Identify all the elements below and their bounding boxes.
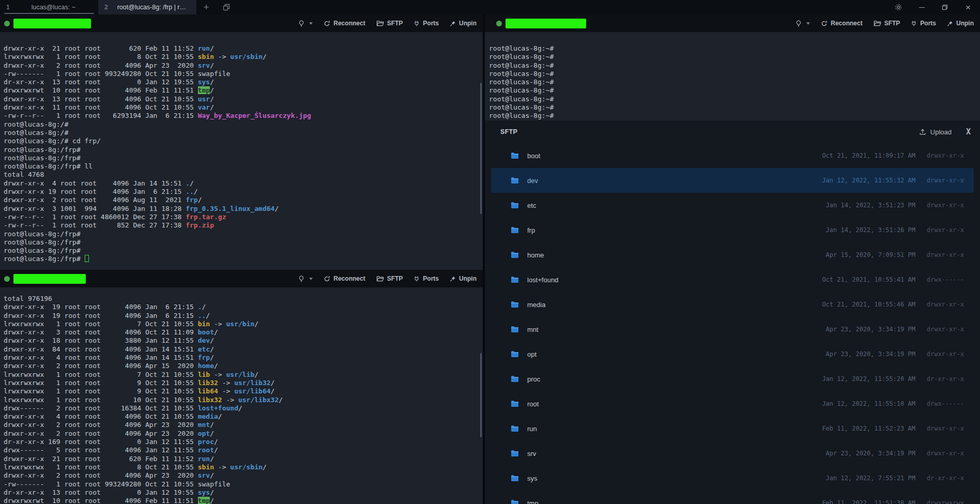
file-name: etc bbox=[527, 202, 826, 209]
sftp-row[interactable]: mediaOct 21, 2021, 10:55:46 AMdrwxr-xr-x bbox=[491, 292, 974, 317]
sftp-button[interactable]: SFTP bbox=[376, 275, 403, 282]
terminal-line: drwxr-xr-x 21 root root 620 Feb 11 11:52… bbox=[4, 44, 483, 53]
sftp-close-icon[interactable]: X bbox=[966, 127, 971, 136]
sftp-button[interactable]: SFTP bbox=[376, 20, 403, 27]
ports-button[interactable]: Ports bbox=[414, 275, 439, 282]
terminal-line: drwxr-xr-x 4 root root 4096 Oct 21 10:55… bbox=[4, 413, 483, 421]
sftp-row[interactable]: srvApr 23, 2020, 3:34:19 PMdrwxr-xr-x bbox=[491, 441, 974, 466]
file-date: Oct 21, 2021, 10:55:46 AM bbox=[822, 301, 915, 308]
terminal-line: -rw-r--r-- 1 root root 4860012 Dec 27 17… bbox=[4, 213, 483, 221]
maximize-icon[interactable] bbox=[940, 3, 950, 12]
terminal-line: -rw------- 1 root root 993249280 Oct 21 … bbox=[4, 70, 483, 78]
chevron-down-icon bbox=[309, 278, 313, 280]
sftp-row[interactable]: rootJan 12, 2022, 11:55:10 AMdrwx------ bbox=[491, 391, 974, 416]
tab-2[interactable]: 2 root@lucas-8g: /frp | r… bbox=[98, 0, 196, 14]
terminal-line: dr-xr-xr-x 13 root root 0 Jan 12 19:55 s… bbox=[4, 78, 483, 86]
upload-button[interactable]: Upload bbox=[919, 128, 952, 136]
pin-icon bbox=[947, 20, 953, 27]
sftp-row[interactable]: mntApr 23, 2020, 3:34:19 PMdrwxr-xr-x bbox=[491, 317, 974, 342]
pane-header: Reconnect SFTP Ports Unpin bbox=[485, 14, 980, 32]
minimize-icon[interactable] bbox=[917, 3, 926, 12]
bulb-icon bbox=[298, 275, 305, 283]
terminal-line: lrwxrwxrwx 1 root root 7 Oct 21 10:55 bi… bbox=[4, 320, 483, 328]
terminal-line: -rw-r--r-- 1 root root 6293194 Jan 6 21:… bbox=[4, 112, 483, 120]
sftp-row[interactable]: procJan 12, 2022, 11:55:20 AMdr-xr-xr-x bbox=[491, 366, 974, 391]
sftp-file-list: bootOct 21, 2021, 11:09:17 AMdrwxr-xr-xd… bbox=[485, 143, 980, 504]
session-title-redacted bbox=[13, 19, 91, 28]
unpin-button[interactable]: Unpin bbox=[450, 275, 477, 282]
tab-index: 2 bbox=[104, 4, 108, 11]
file-date: Apr 23, 2020, 3:34:19 PM bbox=[826, 350, 915, 358]
sftp-row[interactable]: devJan 12, 2022, 11:55:32 AMdrwxr-xr-x bbox=[491, 168, 974, 193]
settings-gear-icon[interactable] bbox=[894, 3, 903, 12]
suggestions-bulb-button[interactable] bbox=[795, 20, 810, 27]
file-permissions: drwxr-xr-x bbox=[925, 152, 964, 159]
connection-status-dot bbox=[4, 276, 10, 282]
sftp-row[interactable]: sysJan 12, 2022, 7:55:21 PMdr-xr-xr-x bbox=[491, 466, 974, 491]
file-permissions: drwxr-xr-x bbox=[925, 350, 964, 358]
sftp-row[interactable]: lost+foundOct 21, 2021, 10:55:41 AMdrwx-… bbox=[491, 267, 974, 292]
sftp-button[interactable]: SFTP bbox=[874, 20, 900, 27]
pane-header: Reconnect SFTP Ports Unpin bbox=[0, 270, 483, 287]
folder-icon bbox=[511, 276, 519, 283]
reconnect-button[interactable]: Reconnect bbox=[324, 20, 365, 27]
suggestions-bulb-button[interactable] bbox=[298, 20, 313, 27]
terminal-line: drwxr-xr-x 4 root root 4096 Jan 14 15:51… bbox=[4, 179, 483, 188]
terminal-output-bottom-left[interactable]: total 976196drwxr-xr-x 19 root root 4096… bbox=[0, 287, 483, 504]
file-date: Jan 12, 2022, 7:55:21 PM bbox=[826, 475, 915, 482]
new-tab-button[interactable]: + bbox=[196, 0, 216, 14]
file-name: mnt bbox=[527, 326, 826, 333]
terminal-output-top-left[interactable]: drwxr-xr-x 21 root root 620 Feb 11 11:52… bbox=[0, 32, 483, 270]
unpin-label: Unpin bbox=[956, 20, 974, 27]
folder-icon bbox=[511, 226, 519, 234]
terminal-line: drwx------ 2 root root 16384 Oct 21 10:5… bbox=[4, 404, 483, 413]
sftp-row[interactable]: bootOct 21, 2021, 11:09:17 AMdrwxr-xr-x bbox=[491, 143, 974, 168]
connection-status-dot bbox=[4, 21, 10, 26]
file-date: Jan 12, 2022, 11:55:10 AM bbox=[822, 400, 915, 407]
unpin-button[interactable]: Unpin bbox=[450, 20, 477, 27]
terminal-line: drwxr-xr-x 3 root root 4096 Oct 21 11:09… bbox=[4, 328, 483, 337]
terminal-line: drwxr-xr-x 21 root root 620 Feb 11 11:52… bbox=[4, 455, 483, 463]
pane-top-left: Reconnect SFTP Ports Unpin drwx bbox=[0, 14, 483, 270]
tab-1[interactable]: 1 lucas@lucas: ~ bbox=[0, 0, 98, 14]
sftp-row[interactable]: homeApr 15, 2020, 7:09:51 PMdrwxr-xr-x bbox=[491, 242, 974, 267]
sftp-row[interactable]: tmpFeb 11, 2022, 11:51:38 AMdrwxrwxrwx bbox=[491, 491, 974, 504]
plug-icon bbox=[911, 20, 917, 27]
terminal-line: drwxr-xr-x 19 root root 4096 Jan 6 21:15… bbox=[4, 312, 483, 320]
terminal-line: drwxr-xr-x 2 root root 4096 Apr 15 2020 … bbox=[4, 362, 483, 370]
sftp-row[interactable]: frpJan 14, 2022, 3:51:26 PMdrwxr-xr-x bbox=[491, 218, 974, 242]
bulb-icon bbox=[795, 20, 802, 27]
sftp-row[interactable]: etcJan 14, 2022, 3:51:23 PMdrwxr-xr-x bbox=[491, 193, 974, 218]
scrollbar-thumb[interactable] bbox=[480, 83, 482, 214]
file-date: Apr 15, 2020, 7:09:51 PM bbox=[826, 251, 915, 258]
pin-icon bbox=[450, 276, 456, 282]
reconnect-button[interactable]: Reconnect bbox=[324, 275, 365, 282]
scrollbar-thumb[interactable] bbox=[480, 353, 482, 437]
file-date: Apr 23, 2020, 3:34:19 PM bbox=[826, 450, 915, 457]
folder-icon bbox=[511, 177, 519, 184]
tab-title: lucas@lucas: ~ bbox=[15, 4, 92, 11]
unpin-label: Unpin bbox=[459, 20, 477, 27]
unpin-button[interactable]: Unpin bbox=[947, 20, 974, 27]
file-name: lost+found bbox=[527, 276, 822, 284]
terminal-line: root@lucas-8g:~# bbox=[489, 103, 980, 112]
reconnect-button[interactable]: Reconnect bbox=[821, 20, 862, 27]
terminal-line: root@lucas-8g:/frp# bbox=[4, 146, 483, 154]
terminal-line: drwxr-xr-x 13 root root 4096 Oct 21 10:5… bbox=[4, 95, 483, 103]
terminal-line: root@lucas-8g:/frp# bbox=[4, 247, 483, 255]
file-name: dev bbox=[527, 177, 822, 185]
file-permissions: drwx------ bbox=[925, 400, 964, 407]
sftp-row[interactable]: runFeb 11, 2022, 11:52:23 AMdrwxr-xr-x bbox=[491, 416, 974, 441]
close-icon[interactable]: × bbox=[963, 3, 973, 12]
ports-button[interactable]: Ports bbox=[414, 20, 439, 27]
split-window-icon[interactable] bbox=[216, 0, 237, 14]
suggestions-bulb-button[interactable] bbox=[298, 275, 313, 283]
file-date: Apr 23, 2020, 3:34:19 PM bbox=[826, 326, 915, 333]
sftp-row[interactable]: optApr 23, 2020, 3:34:19 PMdrwxr-xr-x bbox=[491, 342, 974, 366]
ports-label: Ports bbox=[423, 275, 439, 282]
file-date: Feb 11, 2022, 11:51:38 AM bbox=[822, 499, 915, 504]
terminal-line: root@lucas-8g:/frp# bbox=[4, 238, 483, 247]
terminal-line: total 976196 bbox=[4, 295, 483, 303]
upload-label: Upload bbox=[930, 128, 952, 136]
ports-button[interactable]: Ports bbox=[911, 20, 936, 27]
